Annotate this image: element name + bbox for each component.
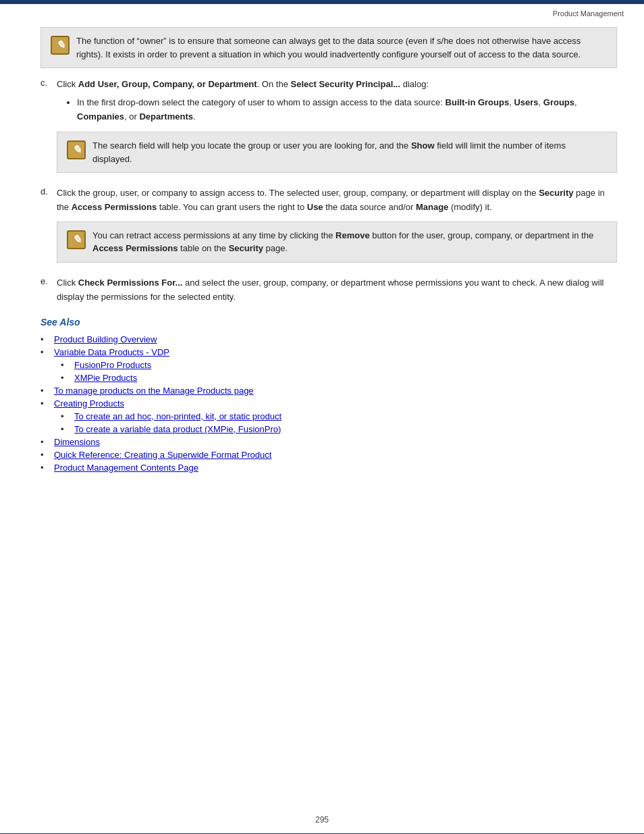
bullet-icon: • bbox=[61, 360, 70, 370]
see-also-item: •To create an ad hoc, non-printed, kit, … bbox=[41, 411, 617, 421]
see-also-heading: See Also bbox=[41, 317, 617, 328]
see-also-link[interactable]: Product Management Contents Page bbox=[54, 463, 198, 473]
page-number: 295 bbox=[315, 815, 329, 825]
bullet-c-comma3: , bbox=[574, 97, 577, 107]
note3-bold3: Security bbox=[229, 243, 263, 253]
see-also-item: •To create a variable data product (XMPi… bbox=[41, 424, 617, 434]
see-also-link[interactable]: Product Building Overview bbox=[54, 334, 157, 344]
item-d-bold1: Security bbox=[539, 188, 573, 198]
note-icon-1: ✎ bbox=[51, 36, 70, 55]
bullet-icon: • bbox=[41, 386, 50, 396]
bullet-c-bold1: Built-in Groups bbox=[446, 97, 510, 107]
bullet-c-bold5: Departments bbox=[139, 111, 192, 122]
see-also-item: •Creating Products bbox=[41, 398, 617, 409]
see-also-link[interactable]: Creating Products bbox=[54, 398, 124, 409]
note3-text3: table on the bbox=[178, 243, 228, 253]
see-also-link[interactable]: Variable Data Products - VDP bbox=[54, 347, 169, 357]
see-also-item: •FusionPro Products bbox=[41, 360, 617, 370]
see-also-links-container: •Product Building Overview•Variable Data… bbox=[41, 334, 617, 473]
item-c-text-before: Click bbox=[57, 79, 78, 89]
item-e-bold1: Check Permissions For... bbox=[78, 278, 183, 288]
list-content-c: Click Add User, Group, Company, or Depar… bbox=[57, 78, 617, 178]
item-c-bold1: Add User, Group, Company, or Department bbox=[78, 79, 257, 89]
list-item-d: d. Click the group, user, or company to … bbox=[41, 186, 617, 268]
see-also-link[interactable]: FusionPro Products bbox=[74, 360, 151, 370]
header-area: Product Management bbox=[553, 4, 624, 18]
see-also-item: •Product Management Contents Page bbox=[41, 463, 617, 473]
bullet-icon: • bbox=[41, 450, 50, 460]
see-also-item: •Dimensions bbox=[41, 437, 617, 447]
note3-text2: button for the user, group, company, or … bbox=[370, 230, 593, 240]
bullet-c-item: In the first drop-down select the catego… bbox=[77, 96, 617, 124]
note-box-1: ✎ The function of “owner” is to ensure t… bbox=[41, 27, 617, 68]
note-text-3: You can retract access permissions at an… bbox=[92, 229, 607, 255]
item-d-text1: Click the group, user, or company to ass… bbox=[57, 188, 539, 198]
item-c-text-after: dialog: bbox=[400, 79, 429, 89]
note-text-2: The search field will help you locate th… bbox=[92, 139, 607, 165]
see-also-item: •Product Building Overview bbox=[41, 334, 617, 344]
see-also-link[interactable]: Quick Reference: Creating a Superwide Fo… bbox=[54, 450, 271, 460]
see-also-link[interactable]: To manage products on the Manage Product… bbox=[54, 386, 254, 396]
list-label-d: d. bbox=[41, 186, 50, 268]
list-item-e: e. Click Check Permissions For... and se… bbox=[41, 276, 617, 305]
bullet-c-or: , or bbox=[124, 111, 139, 122]
item-d-text5: (modify) it. bbox=[448, 202, 491, 212]
list-label-e: e. bbox=[41, 276, 50, 305]
see-also-link[interactable]: XMPie Products bbox=[74, 373, 137, 383]
note2-bold: Show bbox=[411, 140, 435, 151]
item-e-text1: Click bbox=[57, 278, 78, 288]
note-box-2: ✎ The search field will help you locate … bbox=[57, 132, 617, 173]
see-also-item: •Quick Reference: Creating a Superwide F… bbox=[41, 450, 617, 460]
note3-text4: page. bbox=[263, 243, 288, 253]
bullet-c-text-before: In the first drop-down select the catego… bbox=[77, 97, 446, 107]
note3-bold2: Access Permissions bbox=[92, 243, 178, 253]
note-box-3: ✎ You can retract access permissions at … bbox=[57, 221, 617, 263]
note2-text-before: The search field will help you locate th… bbox=[92, 140, 411, 151]
item-c-text-mid: . On the bbox=[257, 79, 291, 89]
bullet-icon: • bbox=[41, 398, 50, 409]
bullet-icon: • bbox=[41, 437, 50, 447]
item-d-text3: table. You can grant users the right to bbox=[157, 202, 307, 212]
bullet-icon: • bbox=[61, 373, 70, 383]
note-text-1: The function of “owner” is to ensure tha… bbox=[76, 34, 607, 61]
note3-bold1: Remove bbox=[336, 230, 370, 240]
bullet-c-end: . bbox=[193, 111, 196, 122]
note-icon-3: ✎ bbox=[67, 230, 86, 249]
content-area: ✎ The function of “owner” is to ensure t… bbox=[41, 27, 617, 793]
list-content-d: Click the group, user, or company to ass… bbox=[57, 186, 617, 268]
bullet-c-bold2: Users bbox=[514, 97, 538, 107]
see-also-link[interactable]: Dimensions bbox=[54, 437, 100, 447]
bullet-c-comma2: , bbox=[539, 97, 543, 107]
bullet-icon: • bbox=[41, 347, 50, 357]
see-also-item: •To manage products on the Manage Produc… bbox=[41, 386, 617, 396]
list-label-c: c. bbox=[41, 78, 50, 178]
bullet-list-c: In the first drop-down select the catego… bbox=[77, 96, 617, 124]
note3-text1: You can retract access permissions at an… bbox=[92, 230, 336, 240]
note-icon-2: ✎ bbox=[67, 140, 86, 159]
bullet-c-bold3: Groups bbox=[543, 97, 574, 107]
see-also-item: •XMPie Products bbox=[41, 373, 617, 383]
item-d-bold2: Access Permissions bbox=[72, 202, 157, 212]
list-content-e: Click Check Permissions For... and selec… bbox=[57, 276, 617, 305]
see-also-link[interactable]: To create a variable data product (XMPie… bbox=[74, 424, 281, 434]
bullet-icon: • bbox=[41, 463, 50, 473]
see-also-item: •Variable Data Products - VDP bbox=[41, 347, 617, 357]
item-c-bold2: Select Security Principal... bbox=[291, 79, 401, 89]
item-d-bold4: Manage bbox=[416, 202, 448, 212]
see-also-link[interactable]: To create an ad hoc, non-printed, kit, o… bbox=[74, 411, 281, 421]
bullet-icon: • bbox=[61, 411, 70, 421]
top-bar bbox=[0, 0, 644, 4]
bullet-icon: • bbox=[61, 424, 70, 434]
item-d-bold3: Use bbox=[307, 202, 323, 212]
list-item-c: c. Click Add User, Group, Company, or De… bbox=[41, 78, 617, 178]
page-container: Product Management ✎ The function of “ow… bbox=[0, 0, 644, 834]
item-d-text4: the data source and/or bbox=[323, 202, 416, 212]
header-label: Product Management bbox=[553, 9, 624, 18]
bullet-icon: • bbox=[41, 334, 50, 344]
bullet-c-bold4: Companies bbox=[77, 111, 124, 122]
